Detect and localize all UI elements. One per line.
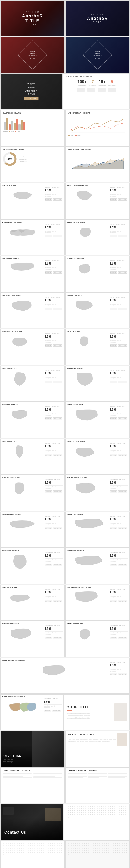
- map-uk-vector-map: UK VECTOR MAP POPULATION ANALYSIS 15% Lo…: [65, 329, 130, 365]
- japan-vector-map-desc: Lorem ipsum dolor sitLorem ipsum: [110, 632, 128, 636]
- italy-vector-map-stat: 15%: [45, 444, 63, 448]
- germany-stat: 15%: [110, 225, 128, 229]
- map-north-america-vector-map: NORTH AMERICA VECTOR MAP POPULATION ANAL…: [65, 585, 130, 621]
- japan-vector-map-tag2: ♦ VECTOR FILE: [118, 637, 127, 639]
- map-row: EUROPE VECTOR MAP POPULATION ANALYSIS 15…: [0, 621, 130, 657]
- three-region-svg: [2, 698, 43, 716]
- india-vector-map-desc: Lorem ipsum dolor sitLorem ipsum: [45, 377, 63, 380]
- europe-vector-map-svg: [2, 625, 44, 643]
- map-three-region: THREE REGION VECTOR MAP POPULATION ANALY…: [0, 694, 64, 730]
- area-chart-svg: [68, 152, 127, 170]
- mexico-vector-map-stat: 15%: [110, 298, 128, 302]
- stat-19-label: Lorem ipsum: [98, 84, 106, 86]
- east-desc: Lorem ipsum dolor sitLorem ipsum: [110, 194, 128, 197]
- map-japan-vector-map-title: JAPAN VECTOR MAP: [67, 623, 128, 625]
- venezuela-vector-map-stat: 15%: [45, 335, 63, 338]
- three-region-vector-map-svg: [2, 662, 109, 680]
- india-vector-map-svg: [2, 369, 44, 388]
- japan-vector-map-tag1: ● PRINTING: [110, 637, 117, 639]
- cuba-vector-map-tag2: ♦ VECTOR FILE: [53, 600, 62, 602]
- worldwide-svg: [2, 223, 44, 242]
- russia-vector-map-tag2: ♦ VECTOR FILE: [118, 527, 127, 529]
- usa-desc: Lorem ipsum dolor sitLorem ipsum: [45, 194, 63, 197]
- uk-vector-map-desc: Lorem ipsum dolor sitLorem ipsum: [110, 340, 128, 344]
- map-italy-vector-map: ITALY VECTOR MAP POPULATION ANALYSIS 15%…: [0, 439, 65, 474]
- venezuela-vector-map-tag1: ● PRINTING: [45, 344, 52, 347]
- three-columns-text: THREE COLUMNS TEXT SAMPLE: [65, 767, 130, 803]
- slide-6: OUR COMPANY IN NUMBERS 100+ Lorem ipsum …: [63, 73, 130, 109]
- china-vector-map-svg: [67, 406, 109, 424]
- mexico-vector-map-tag1: ● PRINTING: [110, 308, 117, 310]
- map-row: VENEZUELA VECTOR MAP POPULATION ANALYSIS…: [0, 329, 130, 365]
- line-legend1: Label: [70, 135, 73, 136]
- map-canada-vector-map: CANADA VECTOR MAP POPULATION ANALYSIS 15…: [0, 256, 65, 292]
- slide4-text: WRITEHEREANOTHERTITLE: [93, 50, 102, 60]
- map-germany: GERMANY VECTOR MAP POPULATION ANALYSIS 1…: [65, 219, 130, 255]
- indonesia-vector-map-tag1: ● PRINTING: [45, 527, 52, 529]
- your-title-dark: YOUR TITLE Lorem ipsum dolor Lorem ipsum…: [0, 731, 65, 767]
- australia-vector-map-stat: 15%: [45, 298, 63, 302]
- mexico-vector-map-tag2: ♦ VECTOR FILE: [118, 308, 127, 310]
- map-row: THREE REGION VECTOR MAP POPULATION ANALY…: [0, 657, 130, 694]
- slide2-subtitle: TITLE: [87, 21, 108, 24]
- map-italy-vector-map-title: ITALY VECTOR MAP: [2, 440, 63, 442]
- map-cuba-vector-map-title: CUBA VECTOR MAP: [2, 587, 63, 588]
- australia-vector-map-desc: Lorem ipsum dolor sitLorem ipsum: [45, 304, 63, 307]
- europe-vector-map-tag1: ● PRINTING: [45, 637, 52, 639]
- map-africa-vector-map-title: AFRICA VECTOR MAP: [2, 550, 63, 552]
- three-region-desc: Lorem ipsum dolor sitLorem ipsum: [44, 706, 62, 709]
- east-tag2: ♦ VECTOR FILE: [118, 198, 127, 200]
- map-france-vector-map-title: FRANCE VECTOR MAP: [67, 258, 128, 259]
- thailand-vector-map-stat: 15%: [45, 480, 63, 485]
- africa-vector-map-svg: [2, 552, 44, 570]
- map-uk-vector-map-title: UK VECTOR MAP: [67, 331, 128, 332]
- slide6-title: OUR COMPANY IN NUMBERS: [66, 76, 127, 78]
- spain-vector-map-desc: Lorem ipsum dolor sitLorem ipsum: [45, 413, 63, 417]
- map-russia-vector-map-title: RUSSIA VECTOR MAP: [67, 514, 128, 515]
- mexico-vector-map-svg: [67, 297, 109, 315]
- spain-vector-map-stat: 15%: [45, 407, 63, 411]
- australia-vector-map-tag1: ● PRINTING: [45, 308, 52, 310]
- three-region-vector-map-tag2: ♦ VECTOR FILE: [118, 673, 127, 676]
- map-germany-title: GERMANY VECTOR MAP: [67, 221, 128, 223]
- east-tag1: ● PRINTING: [110, 198, 117, 200]
- pie-label3: Lorem ipsum: [19, 161, 27, 162]
- map-indonesia-vector-map-title: INDONESIA VECTOR MAP: [2, 514, 63, 515]
- three-region-tag1: ● PRINTING: [44, 710, 51, 712]
- map-brazil-vector-map: BRAZIL VECTOR MAP POPULATION ANALYSIS 15…: [65, 366, 130, 402]
- italy-vector-map-tag1: ● PRINTING: [45, 454, 52, 456]
- map-three-region-title: THREE REGION VECTOR MAP: [2, 696, 62, 698]
- line-chart-svg: [68, 115, 127, 133]
- south-east-vector-map-desc: Lorem ipsum dolor sitLorem ipsum: [110, 486, 128, 490]
- dots-pattern-3: for(let i=0;i<200;i++){ document.write('…: [65, 840, 130, 868]
- map-russia-vector-map: RUSSIA VECTOR MAP POPULATION ANALYSIS 15…: [65, 548, 130, 584]
- china-vector-map-stat: 15%: [110, 407, 128, 411]
- cuba-vector-map-tag1: ● PRINTING: [45, 600, 52, 602]
- north-america-vector-map-svg: [67, 589, 109, 607]
- stat-7-label: Lorem ipsum: [89, 84, 96, 86]
- russia-vector-map-svg: [67, 552, 109, 570]
- china-vector-map-desc: Lorem ipsum dolor sitLorem ipsum: [110, 413, 128, 417]
- indonesia-vector-map-tag2: ♦ VECTOR FILE: [53, 527, 62, 529]
- spain-vector-map-tag1: ● PRINTING: [45, 417, 52, 420]
- your-title-dark-heading: YOUR TITLE: [3, 754, 21, 757]
- map-usa-title: USA VECTOR MAP: [2, 185, 63, 186]
- map-france-vector-map: FRANCE VECTOR MAP POPULATION ANALYSIS 15…: [65, 256, 130, 292]
- legend1: Label: [4, 131, 7, 132]
- map-australia-vector-map-title: AUSTRALIA VECTOR MAP: [2, 294, 63, 296]
- slide2-title: AnotheR: [87, 16, 108, 21]
- map-malaysia-vector-map-title: MALAYSIA VECTOR MAP: [67, 440, 128, 442]
- europe-vector-map-tag2: ♦ VECTOR FILE: [53, 637, 62, 639]
- germany-svg: [67, 223, 109, 242]
- mexico-vector-map-desc: Lorem ipsum dolor sitLorem ipsum: [110, 304, 128, 307]
- map-row: AFRICA VECTOR MAP POPULATION ANALYSIS 15…: [0, 548, 130, 584]
- slide-10: AREA INFOGRAPHIC CHART: [65, 146, 130, 182]
- map-row: CUBA VECTOR MAP POPULATION ANALYSIS 15% …: [0, 584, 130, 621]
- three-region-vector-map-tag1: ● PRINTING: [110, 673, 117, 676]
- slide1-subtitle: TITLE: [17, 23, 49, 26]
- full-text-sample: FULL WITH TEXT SAMPLE Lorem ipsum dolor …: [65, 731, 130, 767]
- map-australia-vector-map: AUSTRALIA VECTOR MAP POPULATION ANALYSIS…: [0, 292, 65, 329]
- brazil-vector-map-desc: Lorem ipsum dolor sitLorem ipsum: [110, 377, 128, 380]
- map-cuba-vector-map: CUBA VECTOR MAP POPULATION ANALYSIS 15% …: [0, 585, 65, 621]
- south-east-vector-map-svg: [67, 479, 109, 497]
